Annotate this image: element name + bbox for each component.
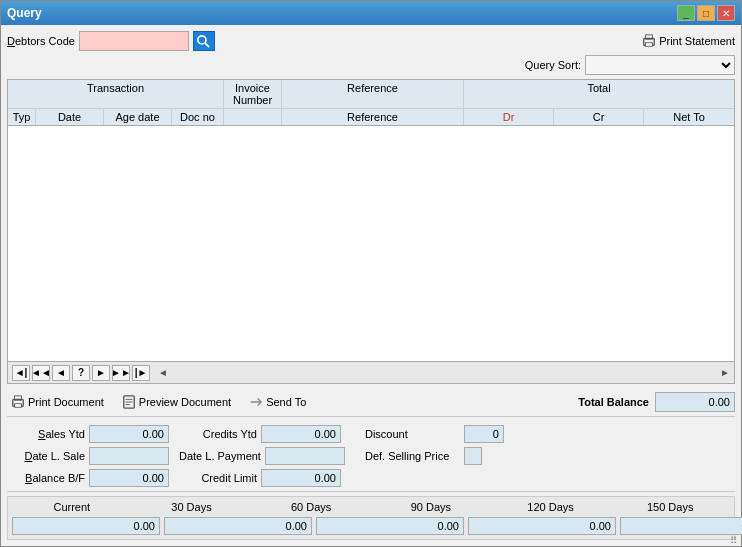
aging-current-input	[12, 517, 160, 535]
credit-limit-label: Credit Limit	[179, 472, 257, 484]
date-l-sale-input	[89, 447, 169, 465]
printer-icon	[642, 34, 656, 48]
group-invoice: InvoiceNumber	[224, 80, 282, 108]
total-balance-section: Total Balance	[578, 392, 735, 412]
prev-page-button[interactable]: ◄◄	[32, 365, 50, 381]
col-inv-header	[224, 109, 282, 125]
transactions-table: Transaction InvoiceNumber Reference Tota…	[7, 79, 735, 384]
aging-section: Current 30 Days 60 Days 90 Days 120 Days…	[7, 496, 735, 540]
credit-limit-input	[261, 469, 341, 487]
next-page-button[interactable]: ►►	[112, 365, 130, 381]
balance-bf-label: Balance B/F	[7, 472, 85, 484]
col-age-header: Age date	[104, 109, 172, 125]
title-controls: _ □ ✕	[677, 5, 735, 21]
discount-label: Discount	[365, 428, 460, 440]
print-statement-button[interactable]: Print Statement	[642, 34, 735, 48]
svg-line-1	[206, 43, 210, 47]
column-header-row: Typ Date Age date Doc no Reference Dr Cr…	[8, 109, 734, 125]
date-l-sale-row: Date L. Sale	[7, 447, 169, 465]
last-record-button[interactable]: |►	[132, 365, 150, 381]
aging-values-row	[12, 517, 730, 535]
date-l-payment-input	[265, 447, 345, 465]
print-document-icon	[11, 395, 25, 409]
col-cr-header: Cr	[554, 109, 644, 125]
find-button[interactable]: ?	[72, 365, 90, 381]
send-to-button[interactable]: Send To	[245, 393, 310, 411]
minimize-button[interactable]: _	[677, 5, 695, 21]
table-body[interactable]	[8, 126, 734, 361]
window-title: Query	[7, 6, 42, 20]
date-l-payment-row: Date L. Payment	[179, 447, 345, 465]
preview-document-label: Preview Document	[139, 396, 231, 408]
preview-icon	[122, 395, 136, 409]
resize-handle[interactable]: ⠿	[730, 535, 740, 545]
col-type-header: Typ	[8, 109, 36, 125]
svg-point-0	[198, 35, 206, 43]
middle-fields: Credits Ytd Date L. Payment Credit Limit	[179, 425, 345, 487]
credits-ytd-label: Credits Ytd	[179, 428, 257, 440]
aging-current-label: Current	[12, 501, 132, 513]
date-l-payment-label: Date L. Payment	[179, 450, 261, 462]
column-group-row: Transaction InvoiceNumber Reference Tota…	[8, 80, 734, 109]
aging-120-label: 120 Days	[491, 501, 611, 513]
print-statement-label: Print Statement	[659, 35, 735, 47]
prev-record-button[interactable]: ◄	[52, 365, 70, 381]
aging-60-input	[316, 517, 464, 535]
aging-150-label: 150 Days	[610, 501, 730, 513]
col-ref-header: Reference	[282, 109, 464, 125]
send-to-icon	[249, 395, 263, 409]
navigation-bar: ◄| ◄◄ ◄ ? ► ►► |► ◄ ►	[8, 361, 734, 383]
table-header: Transaction InvoiceNumber Reference Tota…	[8, 80, 734, 126]
title-bar: Query _ □ ✕	[1, 1, 741, 25]
svg-rect-4	[646, 43, 653, 47]
total-balance-input	[655, 392, 735, 412]
col-dr-header: Dr	[464, 109, 554, 125]
aging-header-row: Current 30 Days 60 Days 90 Days 120 Days…	[12, 501, 730, 513]
right-fields: Discount Def. Selling Price	[365, 425, 504, 487]
date-l-sale-label: Date L. Sale	[7, 450, 85, 462]
total-balance-label: Total Balance	[578, 396, 649, 408]
col-doc-header: Doc no	[172, 109, 224, 125]
left-fields: Sales Ytd Date L. Sale Balance B/F	[7, 425, 169, 487]
top-left: Debtors Code	[7, 31, 215, 51]
aging-30-label: 30 Days	[132, 501, 252, 513]
maximize-button[interactable]: □	[697, 5, 715, 21]
svg-rect-7	[15, 404, 22, 408]
query-sort-row: Query Sort: Date Reference Invoice Numbe…	[7, 55, 735, 75]
first-record-button[interactable]: ◄|	[12, 365, 30, 381]
credit-limit-row: Credit Limit	[179, 469, 345, 487]
scroll-left-indicator: ◄	[158, 367, 168, 378]
aging-90-input	[468, 517, 616, 535]
def-selling-price-row: Def. Selling Price	[365, 447, 504, 465]
send-to-label: Send To	[266, 396, 306, 408]
group-total: Total	[464, 80, 734, 108]
group-reference: Reference	[282, 80, 464, 108]
search-icon	[197, 35, 210, 48]
fields-section: Sales Ytd Date L. Sale Balance B/F Credi…	[7, 421, 735, 492]
print-document-button[interactable]: Print Document	[7, 393, 108, 411]
aging-120-input	[620, 517, 742, 535]
top-right: Print Statement	[642, 34, 735, 48]
aging-90-label: 90 Days	[371, 501, 491, 513]
query-sort-label: Query Sort:	[525, 59, 581, 71]
preview-document-button[interactable]: Preview Document	[118, 393, 235, 411]
sales-ytd-input	[89, 425, 169, 443]
main-content: Debtors Code Print Statement	[1, 25, 741, 546]
balance-bf-row: Balance B/F	[7, 469, 169, 487]
close-button[interactable]: ✕	[717, 5, 735, 21]
print-document-label: Print Document	[28, 396, 104, 408]
search-button[interactable]	[193, 31, 215, 51]
debtors-code-input[interactable]	[79, 31, 189, 51]
col-netto-header: Net To	[644, 109, 734, 125]
sales-ytd-label: Sales Ytd	[7, 428, 85, 440]
next-record-button[interactable]: ►	[92, 365, 110, 381]
aging-30-input	[164, 517, 312, 535]
discount-input	[464, 425, 504, 443]
sales-ytd-row: Sales Ytd	[7, 425, 169, 443]
query-window: Query _ □ ✕ Debtors Code	[0, 0, 742, 547]
def-selling-price-checkbox[interactable]	[464, 447, 482, 465]
balance-bf-input	[89, 469, 169, 487]
scroll-right-indicator: ►	[720, 367, 730, 378]
query-sort-select[interactable]: Date Reference Invoice Number	[585, 55, 735, 75]
credits-ytd-row: Credits Ytd	[179, 425, 345, 443]
